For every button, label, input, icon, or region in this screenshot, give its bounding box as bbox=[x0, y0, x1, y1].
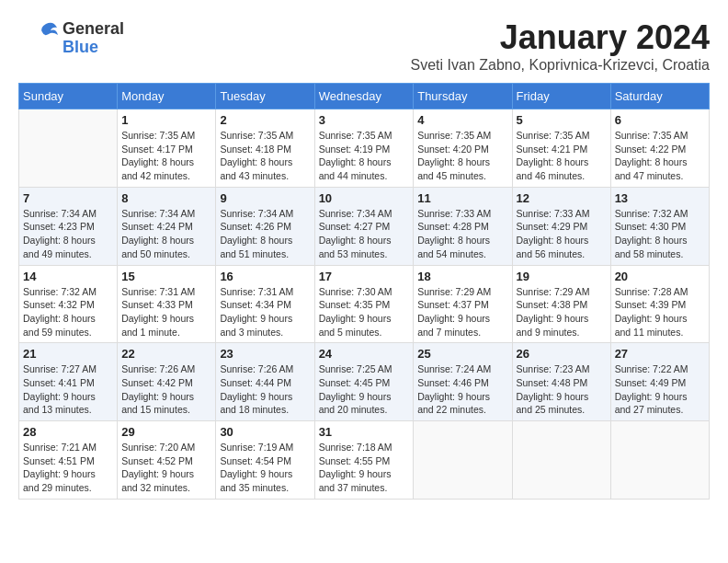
calendar-week-row: 28Sunrise: 7:21 AM Sunset: 4:51 PM Dayli… bbox=[19, 421, 710, 500]
calendar-day-cell: 19Sunrise: 7:29 AM Sunset: 4:38 PM Dayli… bbox=[512, 265, 610, 343]
day-info: Sunrise: 7:35 AM Sunset: 4:20 PM Dayligh… bbox=[417, 129, 507, 183]
day-number: 9 bbox=[220, 191, 310, 205]
day-info: Sunrise: 7:28 AM Sunset: 4:39 PM Dayligh… bbox=[615, 285, 705, 339]
day-number: 16 bbox=[220, 270, 310, 283]
day-info: Sunrise: 7:32 AM Sunset: 4:32 PM Dayligh… bbox=[23, 285, 113, 339]
day-number: 3 bbox=[319, 113, 410, 127]
day-info: Sunrise: 7:26 AM Sunset: 4:42 PM Dayligh… bbox=[121, 362, 211, 417]
calendar-day-cell: 1Sunrise: 7:35 AM Sunset: 4:17 PM Daylig… bbox=[118, 109, 216, 188]
day-number: 11 bbox=[417, 191, 507, 205]
calendar-day-cell: 4Sunrise: 7:35 AM Sunset: 4:20 PM Daylig… bbox=[414, 109, 512, 188]
day-number: 29 bbox=[121, 425, 211, 439]
day-number: 28 bbox=[23, 425, 113, 439]
calendar-day-cell: 28Sunrise: 7:21 AM Sunset: 4:51 PM Dayli… bbox=[19, 421, 118, 500]
calendar-day-header: Thursday bbox=[414, 84, 512, 109]
calendar-day-header: Tuesday bbox=[216, 84, 314, 109]
calendar-day-cell: 30Sunrise: 7:19 AM Sunset: 4:54 PM Dayli… bbox=[216, 421, 314, 500]
day-number: 25 bbox=[417, 347, 507, 361]
day-info: Sunrise: 7:35 AM Sunset: 4:18 PM Dayligh… bbox=[220, 129, 310, 183]
calendar-day-cell: 7Sunrise: 7:34 AM Sunset: 4:23 PM Daylig… bbox=[19, 187, 118, 265]
day-info: Sunrise: 7:27 AM Sunset: 4:41 PM Dayligh… bbox=[23, 362, 113, 417]
calendar-day-cell: 11Sunrise: 7:33 AM Sunset: 4:28 PM Dayli… bbox=[414, 187, 512, 265]
calendar-day-header: Monday bbox=[118, 84, 216, 109]
day-number: 21 bbox=[23, 347, 113, 361]
calendar-week-row: 1Sunrise: 7:35 AM Sunset: 4:17 PM Daylig… bbox=[19, 109, 710, 188]
day-info: Sunrise: 7:34 AM Sunset: 4:26 PM Dayligh… bbox=[220, 207, 310, 261]
calendar-day-header: Saturday bbox=[610, 84, 709, 109]
day-info: Sunrise: 7:24 AM Sunset: 4:46 PM Dayligh… bbox=[417, 362, 507, 417]
day-number: 26 bbox=[517, 347, 607, 361]
calendar-day-cell: 23Sunrise: 7:26 AM Sunset: 4:44 PM Dayli… bbox=[216, 343, 314, 421]
day-info: Sunrise: 7:35 AM Sunset: 4:19 PM Dayligh… bbox=[319, 129, 410, 183]
calendar-day-cell: 8Sunrise: 7:34 AM Sunset: 4:24 PM Daylig… bbox=[118, 187, 216, 265]
title-section: January 2024 Sveti Ivan Zabno, Koprivnic… bbox=[411, 18, 710, 74]
calendar-day-cell: 24Sunrise: 7:25 AM Sunset: 4:45 PM Dayli… bbox=[314, 343, 414, 421]
calendar-day-cell: 16Sunrise: 7:31 AM Sunset: 4:34 PM Dayli… bbox=[216, 265, 314, 343]
calendar-day-cell: 12Sunrise: 7:33 AM Sunset: 4:29 PM Dayli… bbox=[512, 187, 610, 265]
page-header: General Blue January 2024 Sveti Ivan Zab… bbox=[18, 18, 710, 74]
calendar-day-cell: 15Sunrise: 7:31 AM Sunset: 4:33 PM Dayli… bbox=[118, 265, 216, 343]
calendar-day-cell: 27Sunrise: 7:22 AM Sunset: 4:49 PM Dayli… bbox=[610, 343, 709, 421]
calendar-day-cell: 3Sunrise: 7:35 AM Sunset: 4:19 PM Daylig… bbox=[314, 109, 414, 188]
logo: General Blue bbox=[18, 18, 124, 59]
day-info: Sunrise: 7:19 AM Sunset: 4:54 PM Dayligh… bbox=[220, 441, 310, 495]
calendar-day-cell: 22Sunrise: 7:26 AM Sunset: 4:42 PM Dayli… bbox=[118, 343, 216, 421]
calendar-header-row: SundayMondayTuesdayWednesdayThursdayFrid… bbox=[19, 84, 710, 109]
calendar-week-row: 14Sunrise: 7:32 AM Sunset: 4:32 PM Dayli… bbox=[19, 265, 710, 343]
calendar-table: SundayMondayTuesdayWednesdayThursdayFrid… bbox=[18, 83, 710, 500]
day-info: Sunrise: 7:35 AM Sunset: 4:22 PM Dayligh… bbox=[615, 129, 705, 183]
calendar-day-cell: 2Sunrise: 7:35 AM Sunset: 4:18 PM Daylig… bbox=[216, 109, 314, 188]
calendar-day-cell: 13Sunrise: 7:32 AM Sunset: 4:30 PM Dayli… bbox=[610, 187, 709, 265]
day-info: Sunrise: 7:23 AM Sunset: 4:48 PM Dayligh… bbox=[517, 362, 607, 417]
day-number: 2 bbox=[220, 113, 310, 127]
calendar-day-cell bbox=[512, 421, 610, 500]
day-number: 13 bbox=[615, 191, 705, 205]
calendar-day-header: Sunday bbox=[19, 84, 118, 109]
day-number: 17 bbox=[319, 270, 410, 283]
calendar-day-cell: 26Sunrise: 7:23 AM Sunset: 4:48 PM Dayli… bbox=[512, 343, 610, 421]
calendar-day-cell: 10Sunrise: 7:34 AM Sunset: 4:27 PM Dayli… bbox=[314, 187, 414, 265]
day-number: 1 bbox=[121, 113, 211, 127]
calendar-day-cell: 5Sunrise: 7:35 AM Sunset: 4:21 PM Daylig… bbox=[512, 109, 610, 188]
calendar-day-cell: 21Sunrise: 7:27 AM Sunset: 4:41 PM Dayli… bbox=[19, 343, 118, 421]
day-number: 5 bbox=[517, 113, 607, 127]
day-number: 4 bbox=[417, 113, 507, 127]
day-number: 15 bbox=[121, 270, 211, 283]
calendar-day-cell: 20Sunrise: 7:28 AM Sunset: 4:39 PM Dayli… bbox=[610, 265, 709, 343]
day-number: 7 bbox=[23, 191, 113, 205]
day-info: Sunrise: 7:35 AM Sunset: 4:21 PM Dayligh… bbox=[517, 129, 607, 183]
day-info: Sunrise: 7:34 AM Sunset: 4:27 PM Dayligh… bbox=[319, 207, 410, 261]
day-number: 12 bbox=[517, 191, 607, 205]
day-number: 18 bbox=[417, 270, 507, 283]
day-info: Sunrise: 7:34 AM Sunset: 4:24 PM Dayligh… bbox=[121, 207, 211, 261]
calendar-day-cell: 14Sunrise: 7:32 AM Sunset: 4:32 PM Dayli… bbox=[19, 265, 118, 343]
day-info: Sunrise: 7:34 AM Sunset: 4:23 PM Dayligh… bbox=[23, 207, 113, 261]
day-info: Sunrise: 7:20 AM Sunset: 4:52 PM Dayligh… bbox=[121, 441, 211, 495]
day-info: Sunrise: 7:21 AM Sunset: 4:51 PM Dayligh… bbox=[23, 441, 113, 495]
day-number: 31 bbox=[319, 425, 410, 439]
logo-icon bbox=[18, 18, 59, 59]
logo-general-text: General bbox=[63, 20, 124, 39]
location-title: Sveti Ivan Zabno, Koprivnica-Krizevci, C… bbox=[411, 57, 710, 74]
logo-blue-text: Blue bbox=[63, 39, 124, 57]
calendar-day-cell: 18Sunrise: 7:29 AM Sunset: 4:37 PM Dayli… bbox=[414, 265, 512, 343]
day-info: Sunrise: 7:18 AM Sunset: 4:55 PM Dayligh… bbox=[319, 441, 410, 495]
day-info: Sunrise: 7:33 AM Sunset: 4:28 PM Dayligh… bbox=[417, 207, 507, 261]
calendar-day-cell: 6Sunrise: 7:35 AM Sunset: 4:22 PM Daylig… bbox=[610, 109, 709, 188]
day-number: 22 bbox=[121, 347, 211, 361]
calendar-day-cell: 9Sunrise: 7:34 AM Sunset: 4:26 PM Daylig… bbox=[216, 187, 314, 265]
day-number: 8 bbox=[121, 191, 211, 205]
day-number: 19 bbox=[517, 270, 607, 283]
calendar-day-header: Wednesday bbox=[314, 84, 414, 109]
calendar-day-cell bbox=[610, 421, 709, 500]
day-number: 27 bbox=[615, 347, 705, 361]
day-info: Sunrise: 7:32 AM Sunset: 4:30 PM Dayligh… bbox=[615, 207, 705, 261]
day-number: 6 bbox=[615, 113, 705, 127]
day-number: 24 bbox=[319, 347, 410, 361]
day-number: 30 bbox=[220, 425, 310, 439]
day-number: 14 bbox=[23, 270, 113, 283]
calendar-week-row: 21Sunrise: 7:27 AM Sunset: 4:41 PM Dayli… bbox=[19, 343, 710, 421]
calendar-day-cell bbox=[414, 421, 512, 500]
day-number: 20 bbox=[615, 270, 705, 283]
calendar-day-cell: 17Sunrise: 7:30 AM Sunset: 4:35 PM Dayli… bbox=[314, 265, 414, 343]
